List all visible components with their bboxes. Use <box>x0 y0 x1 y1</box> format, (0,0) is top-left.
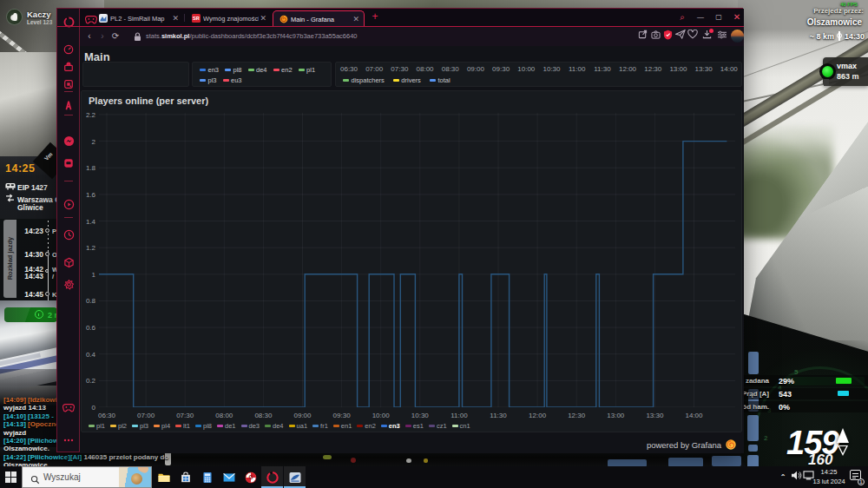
time-axis-label: 06:30 <box>338 65 360 73</box>
legend-item-total[interactable]: total <box>430 76 450 84</box>
search-magnifier-icon <box>30 472 40 488</box>
address-bar[interactable]: ‹ › ⟳ stats.simkol.pl/public-dashboards/… <box>80 27 744 46</box>
speed-dial-icon[interactable] <box>57 43 80 58</box>
gog-galaxy-icon[interactable]: G <box>240 466 261 488</box>
calculator-icon[interactable] <box>196 466 218 488</box>
forward-icon[interactable]: › <box>96 30 108 43</box>
time-axis-label: 13:00 <box>667 65 689 73</box>
legend-item-cn1[interactable]: cn1 <box>452 422 470 430</box>
mail-icon[interactable] <box>218 466 240 488</box>
grafana-page: Main en3pl8de4en2pl1pl3eu3 06:3007:0007:… <box>80 46 744 453</box>
legend-color-dash <box>381 425 387 427</box>
timetable-time: 14:23 <box>19 227 43 235</box>
notification-center-icon[interactable]: 1 <box>847 470 863 484</box>
my-flow-icon[interactable] <box>674 30 687 43</box>
legend-item-cz1[interactable]: cz1 <box>429 422 447 430</box>
share-icon[interactable] <box>636 30 648 43</box>
legend-item-en3[interactable]: en3 <box>200 66 219 74</box>
extensions-icon[interactable] <box>57 256 80 272</box>
more-dots-icon[interactable] <box>57 430 80 445</box>
y-axis-label: 2.2 <box>82 111 95 119</box>
legend-item-pl8[interactable]: pl8 <box>225 66 242 74</box>
legend-color-dash <box>110 425 116 427</box>
close-button[interactable]: ✕ <box>730 11 744 23</box>
tab-close-icon[interactable]: ✕ <box>172 14 179 23</box>
tab-grafana[interactable]: Main - Grafana ✕ <box>273 10 365 26</box>
bookmark-heart-icon[interactable] <box>687 30 699 43</box>
easy-setup-icon[interactable] <box>716 30 728 43</box>
chat-app-icon[interactable] <box>57 156 80 172</box>
new-tab-button[interactable]: + <box>369 11 381 23</box>
train-icon <box>5 182 17 192</box>
legend-color-dash <box>343 79 349 82</box>
aria-icon[interactable] <box>57 99 80 115</box>
legend-item-en1[interactable]: en1 <box>333 422 352 430</box>
maximize-button[interactable]: ▢ <box>712 11 726 23</box>
gx-controller-icon[interactable] <box>57 400 80 416</box>
tray-expand-icon[interactable]: ⌃ <box>776 466 790 488</box>
legend-item-pl1[interactable]: pl1 <box>89 422 105 430</box>
legend-item-eu3[interactable]: eu3 <box>223 76 242 84</box>
taskbar-search[interactable]: Wyszukaj <box>22 466 152 488</box>
tray-date: 13 lut 2024 <box>812 478 845 487</box>
start-button[interactable] <box>0 466 22 488</box>
legend-item-es1[interactable]: es1 <box>405 422 424 430</box>
adblock-shield-icon[interactable] <box>661 30 674 43</box>
legend-item-pl1[interactable]: pl1 <box>299 66 316 74</box>
timetable-tab[interactable]: Rozkład jazdy <box>3 220 16 298</box>
file-explorer-icon[interactable] <box>153 466 174 488</box>
legend-item-drivers[interactable]: drivers <box>393 76 421 84</box>
tab-close-icon[interactable]: ✕ <box>260 14 266 23</box>
microsoft-store-icon[interactable] <box>174 466 196 488</box>
legend-item-de4[interactable]: de4 <box>265 422 284 430</box>
vmax-signal-panel: vmax 863 m <box>823 57 868 86</box>
snapshot-camera-icon[interactable] <box>649 30 661 43</box>
legend-item-de4[interactable]: de4 <box>248 66 267 74</box>
back-icon[interactable]: ‹ <box>83 30 95 43</box>
gx-store-icon[interactable] <box>57 60 80 76</box>
legend-item-fr1[interactable]: fr1 <box>312 422 328 430</box>
legend-color-dash <box>299 69 305 71</box>
legend-item-pl2[interactable]: pl2 <box>110 422 127 430</box>
history-icon[interactable] <box>57 228 80 244</box>
opera-gx-logo-icon[interactable] <box>57 16 80 31</box>
legend-item-pl4[interactable]: pl4 <box>154 422 170 430</box>
legend-item-en2[interactable]: en2 <box>273 66 293 74</box>
legend-item-pl3[interactable]: pl3 <box>132 422 148 430</box>
legend-item-en2[interactable]: en2 <box>357 422 376 430</box>
messenger-icon[interactable] <box>57 135 80 150</box>
opera-gx-icon[interactable] <box>261 466 283 488</box>
legend-label: en1 <box>341 422 352 430</box>
x-axis-label: 11:30 <box>485 412 511 419</box>
profile-avatar[interactable] <box>731 30 744 43</box>
legend-item-lt1[interactable]: lt1 <box>175 422 190 430</box>
tab-close-icon[interactable]: ✕ <box>352 15 359 23</box>
minimize-button[interactable]: — <box>694 11 707 23</box>
ledge <box>0 52 57 156</box>
tab-simrail-map[interactable]: PL2 - SimRail Map ✕ <box>93 10 183 26</box>
tray-clock[interactable]: 14:25 13 lut 2024 <box>812 468 845 486</box>
legend-item-dispatchers[interactable]: dispatchers <box>343 76 385 84</box>
legend-item-de1[interactable]: de1 <box>217 422 236 430</box>
x-axis-label: 07:30 <box>172 412 198 419</box>
player-icon[interactable] <box>57 198 80 214</box>
y-axis-label: 0.4 <box>82 351 95 359</box>
legend-item-pl8[interactable]: pl8 <box>195 422 212 430</box>
downloads-icon[interactable] <box>700 30 713 43</box>
url-text[interactable]: stats.simkol.pl/public-dashboards/dcbf3e… <box>146 32 358 40</box>
legend-item-pl3[interactable]: pl3 <box>200 76 217 84</box>
legend-item-de3[interactable]: de3 <box>241 422 260 430</box>
players-chart-plot[interactable] <box>99 113 735 407</box>
semaphore-icon <box>836 31 842 41</box>
simrail-icon[interactable] <box>284 466 306 488</box>
reload-icon[interactable]: ⟳ <box>109 30 122 43</box>
legend-item-en3[interactable]: en3 <box>381 422 400 430</box>
legend-color-dash <box>357 425 363 427</box>
time-axis-label: 12:00 <box>616 65 639 73</box>
legend-color-dash <box>312 425 319 427</box>
tab-forum[interactable]: SR Wymóg znajomości języka ✕ <box>186 10 271 26</box>
settings-gear-icon[interactable] <box>57 278 80 293</box>
legend-item-ua1[interactable]: ua1 <box>289 422 308 430</box>
search-icon[interactable]: ⌕ <box>675 11 689 23</box>
search-highlight-image[interactable] <box>119 467 151 487</box>
